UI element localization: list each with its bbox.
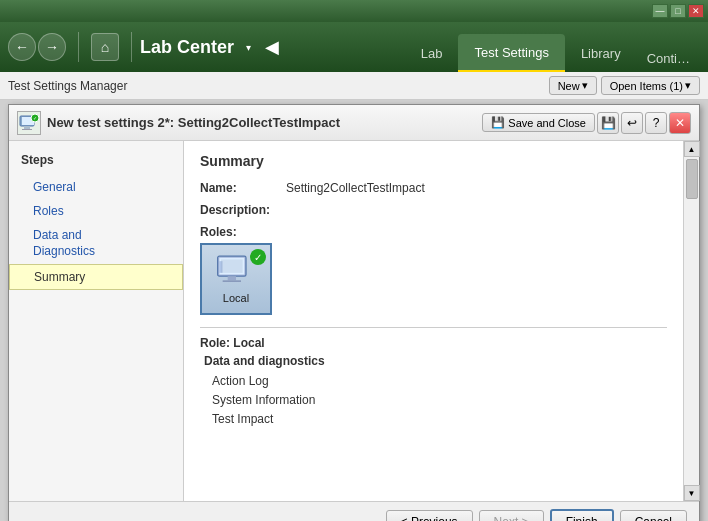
toolbar-left: Test Settings Manager	[8, 79, 127, 93]
section-back-arrow: ◀	[265, 36, 279, 58]
diagnostic-system-info: System Information	[200, 391, 667, 410]
tab-more[interactable]: Conti…	[637, 45, 700, 72]
window-controls: — □ ✕	[652, 4, 704, 18]
help-button[interactable]: ?	[645, 112, 667, 134]
toolbar-right: New ▾ Open Items (1) ▾	[549, 76, 700, 95]
dialog-toolbar: 💾 Save and Close 💾 ↩ ? ✕	[482, 112, 691, 134]
svg-rect-10	[223, 280, 241, 282]
dialog: ✓ New test settings 2*: Setting2CollectT…	[8, 104, 700, 521]
save-and-close-button[interactable]: 💾 Save and Close	[482, 113, 595, 132]
nav-bar: ← → ⌂ Lab Center ▾ ◀ Lab Test Settings L…	[0, 22, 708, 72]
svg-rect-9	[228, 276, 236, 280]
content-panel: Summary Name: Setting2CollectTestImpact …	[184, 141, 683, 501]
home-button[interactable]: ⌂	[91, 33, 119, 61]
dialog-body: Steps General Roles Data andDiagnostics …	[9, 141, 699, 501]
name-label: Name:	[200, 181, 280, 195]
minimize-button[interactable]: —	[652, 4, 668, 18]
scroll-up-button[interactable]: ▲	[684, 141, 700, 157]
description-row: Description:	[200, 203, 667, 217]
role-section-label: Role: Local	[200, 336, 667, 350]
back-button[interactable]: ←	[8, 33, 36, 61]
svg-text:✓: ✓	[33, 115, 37, 121]
step-general[interactable]: General	[9, 175, 183, 199]
app-dropdown-button[interactable]: ▾	[242, 40, 255, 55]
diagnostic-action-log: Action Log	[200, 372, 667, 391]
close-window-button[interactable]: ✕	[688, 4, 704, 18]
steps-header: Steps	[9, 149, 183, 175]
step-roles[interactable]: Roles	[9, 199, 183, 223]
diagnostic-test-impact: Test Impact	[200, 410, 667, 429]
dialog-title: New test settings 2*: Setting2CollectTes…	[47, 115, 476, 130]
scrollbar[interactable]: ▲ ▼	[683, 141, 699, 501]
next-button[interactable]: Next >	[479, 510, 544, 522]
tab-test-settings[interactable]: Test Settings	[458, 34, 564, 72]
role-card-label: Local	[223, 292, 249, 304]
new-button[interactable]: New ▾	[549, 76, 597, 95]
nav-divider2	[131, 32, 132, 62]
close-icon: ✕	[675, 116, 685, 130]
separator	[200, 327, 667, 328]
dialog-footer: < Previous Next > Finish Cancel	[9, 501, 699, 521]
tab-lab[interactable]: Lab	[405, 34, 459, 72]
undo-icon: ↩	[627, 116, 637, 130]
finish-button[interactable]: Finish	[550, 509, 614, 522]
nav-tabs: Lab Test Settings Library Conti…	[405, 22, 700, 72]
close-dialog-button[interactable]: ✕	[669, 112, 691, 134]
disk-icon: 💾	[601, 116, 616, 130]
step-data-diagnostics[interactable]: Data andDiagnostics	[9, 223, 183, 264]
save-button[interactable]: 💾	[597, 112, 619, 134]
svg-rect-1	[24, 126, 30, 129]
nav-arrows: ← →	[8, 33, 66, 61]
name-value: Setting2CollectTestImpact	[286, 181, 425, 195]
undo-button[interactable]: ↩	[621, 112, 643, 134]
role-card-local[interactable]: ✓ Local	[200, 243, 272, 315]
nav-divider	[78, 32, 79, 62]
forward-button[interactable]: →	[38, 33, 66, 61]
open-items-button[interactable]: Open Items (1) ▾	[601, 76, 700, 95]
description-label: Description:	[200, 203, 280, 217]
step-summary[interactable]: Summary	[9, 264, 183, 290]
dialog-title-bar: ✓ New test settings 2*: Setting2CollectT…	[9, 105, 699, 141]
maximize-button[interactable]: □	[670, 4, 686, 18]
roles-container: Roles: ✓ Local	[200, 225, 667, 315]
title-bar: — □ ✕	[0, 0, 708, 22]
scroll-thumb[interactable]	[686, 159, 698, 199]
app-title: Lab Center	[140, 37, 234, 58]
save-icon: 💾	[491, 116, 505, 129]
svg-rect-8	[221, 260, 243, 273]
cancel-button[interactable]: Cancel	[620, 510, 687, 522]
help-icon: ?	[653, 116, 660, 130]
roles-label: Roles:	[200, 225, 667, 239]
svg-rect-2	[22, 129, 32, 130]
scroll-down-button[interactable]: ▼	[684, 485, 700, 501]
previous-button[interactable]: < Previous	[386, 510, 473, 522]
name-row: Name: Setting2CollectTestImpact	[200, 181, 667, 195]
steps-panel: Steps General Roles Data andDiagnostics …	[9, 141, 184, 501]
diagnostics-title: Data and diagnostics	[200, 354, 667, 368]
role-check-icon: ✓	[250, 249, 266, 265]
manager-label: Test Settings Manager	[8, 79, 127, 93]
dialog-icon: ✓	[17, 111, 41, 135]
content-title: Summary	[200, 153, 667, 169]
toolbar-strip: Test Settings Manager New ▾ Open Items (…	[0, 72, 708, 100]
tab-library[interactable]: Library	[565, 34, 637, 72]
